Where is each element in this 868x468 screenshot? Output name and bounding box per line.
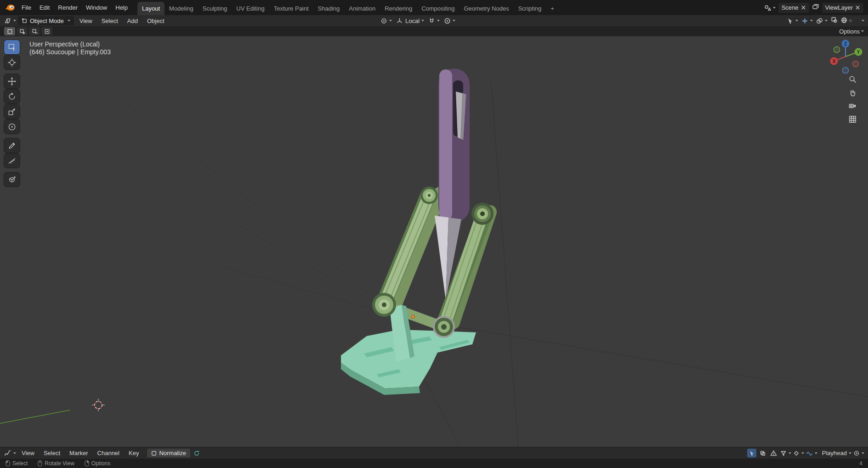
menu-edit[interactable]: Edit [35, 2, 54, 13]
cursor-tool[interactable] [4, 55, 20, 69]
show-errors-toggle[interactable] [769, 449, 778, 457]
keyframe-icon [793, 450, 800, 457]
timeline-menu-channel[interactable]: Channel [94, 448, 123, 458]
menu-file[interactable]: File [17, 2, 35, 13]
mode-selector[interactable]: Object Mode [18, 16, 74, 25]
chevron-down-icon [810, 20, 813, 22]
editor-type-button[interactable] [4, 17, 16, 24]
snapping-toggle[interactable] [428, 17, 440, 24]
scene-selector[interactable]: Scene [778, 3, 809, 13]
filter-dropdown[interactable] [780, 450, 791, 457]
gizmo-y-negative[interactable] [834, 47, 840, 53]
workspace-tab-scripting[interactable]: Scripting [514, 2, 546, 15]
scale-tool[interactable] [4, 104, 20, 119]
select-mode-new-button[interactable] [4, 27, 15, 35]
menu-window[interactable]: Window [82, 2, 111, 13]
menu-help[interactable]: Help [111, 2, 132, 13]
3d-viewport[interactable]: User Perspective (Local) (646) Soucoupe … [0, 36, 868, 447]
chevron-down-icon [825, 20, 828, 22]
mode-label: Object Mode [30, 17, 64, 24]
hint-rotate-view: Rotate View [38, 460, 74, 467]
workspace-tab-texture-paint[interactable]: Texture Paint [269, 2, 313, 15]
only-selected-toggle[interactable] [747, 449, 756, 457]
viewlayer-selector[interactable]: ViewLayer [822, 3, 863, 13]
gizmo-z-negative[interactable] [843, 68, 849, 74]
playhead-dropdown[interactable]: Playhead [822, 450, 851, 457]
gizmo-x-negative[interactable] [853, 61, 859, 67]
viewlayer-icon[interactable] [812, 3, 819, 12]
timeline-menu-select[interactable]: Select [40, 448, 64, 458]
mouse-middle-icon [38, 460, 42, 467]
timeline-header: View Select Marker Channel Key Normalize [0, 447, 868, 459]
scene-browse-button[interactable] [764, 4, 776, 11]
select-box-tool[interactable] [4, 40, 20, 54]
curve-waves-icon [806, 450, 813, 457]
xray-toggle[interactable] [831, 17, 838, 25]
transform-orientation-dropdown[interactable]: Local [396, 17, 424, 24]
workspace-tab-uv-editing[interactable]: UV Editing [232, 2, 269, 15]
viewport-menu-view[interactable]: View [76, 16, 96, 26]
graph-editor-icon [4, 450, 11, 457]
3d-cursor [92, 399, 105, 411]
orientation-label: Local [405, 17, 420, 24]
normalize-label: Normalize [159, 450, 186, 457]
measure-tool[interactable] [4, 154, 20, 168]
overlays-toggle[interactable] [816, 17, 828, 24]
scene-name: Scene [782, 4, 799, 11]
viewport-nav-buttons [848, 75, 857, 124]
timeline-menu-key[interactable]: Key [125, 448, 142, 458]
viewport-menu-select[interactable]: Select [98, 16, 122, 26]
add-cube-tool[interactable] [4, 172, 20, 187]
proportional-dropdown-timeline[interactable] [853, 450, 864, 457]
viewport-header: Object Mode View Select Add Object Local [0, 15, 868, 26]
menu-render[interactable]: Render [54, 2, 82, 13]
filter-funnel-icon [780, 450, 787, 457]
normalize-auto-button[interactable] [192, 449, 201, 457]
timeline-menu-view[interactable]: View [18, 448, 38, 458]
timeline-menu-marker[interactable]: Marker [66, 448, 91, 458]
workspace-tab-sculpting[interactable]: Sculpting [198, 2, 232, 15]
zoom-icon[interactable] [848, 75, 857, 84]
select-mode-invert-button[interactable] [41, 27, 52, 35]
pan-hand-icon[interactable] [848, 88, 857, 97]
chevron-down-icon[interactable] [862, 20, 864, 22]
ortho-grid-icon[interactable] [848, 115, 857, 124]
catapult-model[interactable] [341, 68, 494, 395]
chevron-down-icon [773, 7, 776, 9]
add-workspace-button[interactable]: + [546, 2, 559, 15]
workspace-tab-modeling[interactable]: Modeling [165, 2, 198, 15]
chevron-down-icon [815, 452, 817, 454]
move-tool[interactable] [4, 74, 20, 88]
select-mode-extend-button[interactable] [17, 27, 28, 35]
workspace-tab-geometry-nodes[interactable]: Geometry Nodes [459, 2, 513, 15]
object-mode-icon [22, 18, 28, 24]
annotate-tool[interactable] [4, 138, 20, 153]
navigation-gizmo[interactable]: Z Y X [822, 36, 868, 82]
viewport-menu-object[interactable]: Object [143, 16, 168, 26]
workspace-tab-shading[interactable]: Shading [313, 2, 345, 15]
select-mode-subtract-button[interactable] [29, 27, 40, 35]
close-icon[interactable] [855, 5, 860, 10]
workspace-tab-layout[interactable]: Layout [137, 2, 165, 15]
proportional-editing-toggle[interactable] [444, 17, 455, 24]
close-icon[interactable] [801, 5, 806, 10]
blender-logo-icon[interactable] [5, 3, 16, 12]
transform-tool[interactable] [4, 120, 20, 134]
interpolation-dropdown[interactable] [806, 450, 817, 457]
shading-wireframe-button[interactable] [841, 17, 847, 25]
pivot-point-button[interactable] [380, 17, 392, 24]
3d-scene-canvas[interactable] [0, 36, 868, 447]
show-hidden-toggle[interactable] [758, 449, 767, 457]
workspace-tab-rendering[interactable]: Rendering [380, 2, 417, 15]
object-visibility-dropdown[interactable] [787, 17, 798, 24]
gizmos-toggle[interactable] [801, 17, 813, 24]
tool-options-dropdown[interactable]: Options [839, 28, 864, 35]
rotate-tool[interactable] [4, 89, 20, 103]
workspace-tab-compositing[interactable]: Compositing [417, 2, 459, 15]
normalize-toggle[interactable]: Normalize [147, 449, 190, 457]
editor-type-button-timeline[interactable] [4, 450, 16, 457]
workspace-tab-animation[interactable]: Animation [344, 2, 380, 15]
key-type-dropdown[interactable] [793, 450, 804, 457]
viewport-menu-add[interactable]: Add [124, 16, 142, 26]
camera-view-icon[interactable] [848, 102, 857, 110]
